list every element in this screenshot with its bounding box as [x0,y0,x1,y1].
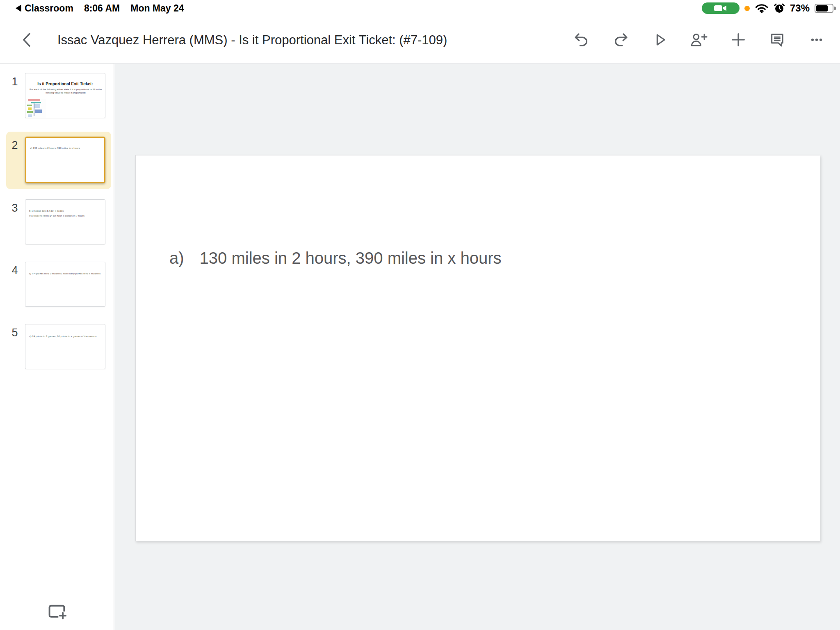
battery-icon [815,4,836,13]
thumbnail-preview: d) 24 points in 3 games, 96 points in x … [25,324,105,369]
person-add-icon [689,32,708,48]
thumb5-line: d) 24 points in 3 games, 96 points in x … [29,335,96,338]
back-to-app-icon [16,5,21,12]
battery-percent: 73% [790,2,810,14]
thumb3-line1: b) 3 sodas cost $4.50, x sodas [29,210,64,212]
insert-button[interactable] [726,28,750,52]
slide-number: 5 [9,326,21,339]
slide-text-box[interactable]: a) 130 miles in 2 hours, 390 miles in x … [169,249,502,267]
header-toolbar: Issac Vazquez Herrera (MMS) - Is it Prop… [0,16,840,64]
thumb3-line2: If a student earns $4 an hour, x dollars… [29,215,84,217]
thumb1-title: Is it Proportional Exit Ticket: [25,82,105,86]
slide-thumbnail-1[interactable]: 1 Is it Proportional Exit Ticket: For ea… [0,73,114,126]
thumb1-mini-image [26,99,46,118]
present-button[interactable] [648,28,672,52]
back-button[interactable] [16,29,38,51]
redo-button[interactable] [609,28,632,52]
alarm-clock-icon [774,2,785,14]
thumb1-body: For each of the following either state i… [29,88,103,94]
more-button[interactable] [805,28,829,52]
mic-indicator-dot [744,6,750,11]
thumbnail-preview: Is it Proportional Exit Ticket: For each… [25,73,105,118]
add-slide-icon [46,603,68,621]
thumb4-line: c) If 4 pizzas feed 9 students, how many… [29,272,100,275]
status-date: Mon May 24 [130,3,184,14]
redo-icon [612,32,629,48]
slide-thumbnail-3[interactable]: 3 b) 3 sodas cost $4.50, x sodas If a st… [0,199,114,253]
slide-number: 3 [9,202,21,215]
thumbnail-preview: c) If 4 pizzas feed 9 students, how many… [25,262,105,307]
comments-button[interactable] [765,28,789,52]
slide-filmstrip: 1 Is it Proportional Exit Ticket: For ea… [0,64,114,597]
editor-canvas[interactable]: a) 130 miles in 2 hours, 390 miles in x … [114,64,840,630]
slide-thumbnail-4[interactable]: 4 c) If 4 pizzas feed 9 students, how ma… [0,262,114,315]
slide-number: 2 [9,139,21,152]
current-slide[interactable]: a) 130 miles in 2 hours, 390 miles in x … [135,155,820,541]
slide-number: 4 [9,264,21,277]
document-title: Issac Vazquez Herrera (MMS) - Is it Prop… [57,16,447,64]
thumbnail-preview: a) 130 miles in 2 hours, 390 miles in x … [25,137,105,183]
slide-thumbnail-5[interactable]: 5 d) 24 points in 3 games, 96 points in … [0,324,114,377]
comment-icon [769,32,785,48]
wifi-icon [755,3,769,14]
thumb2-line: a) 130 miles in 2 hours, 390 miles in x … [30,147,80,149]
share-button[interactable] [687,28,711,52]
undo-icon [573,32,590,48]
ellipsis-icon [808,32,825,48]
add-slide-button[interactable] [44,600,70,624]
plus-icon [730,32,746,48]
screen-recording-pill[interactable] [702,2,740,14]
slide-thumbnail-2[interactable]: 2 a) 130 miles in 2 hours, 390 miles in … [0,137,114,198]
back-to-app-button[interactable]: Classroom [16,3,73,14]
back-to-app-label: Classroom [25,3,73,14]
filmstrip-footer [0,597,114,630]
video-camera-icon [713,4,728,12]
thumbnail-preview: b) 3 sodas cost $4.50, x sodas If a stud… [25,199,105,244]
slide-item-text: 130 miles in 2 hours, 390 miles in x hou… [200,249,502,267]
play-icon [652,32,668,48]
slide-number: 1 [9,75,21,88]
slide-item-label: a) [169,249,184,267]
undo-button[interactable] [570,28,593,52]
status-time: 8:06 AM [84,3,120,14]
chevron-left-icon [20,31,34,48]
status-bar: Classroom 8:06 AM Mon May 24 73% [0,0,840,16]
